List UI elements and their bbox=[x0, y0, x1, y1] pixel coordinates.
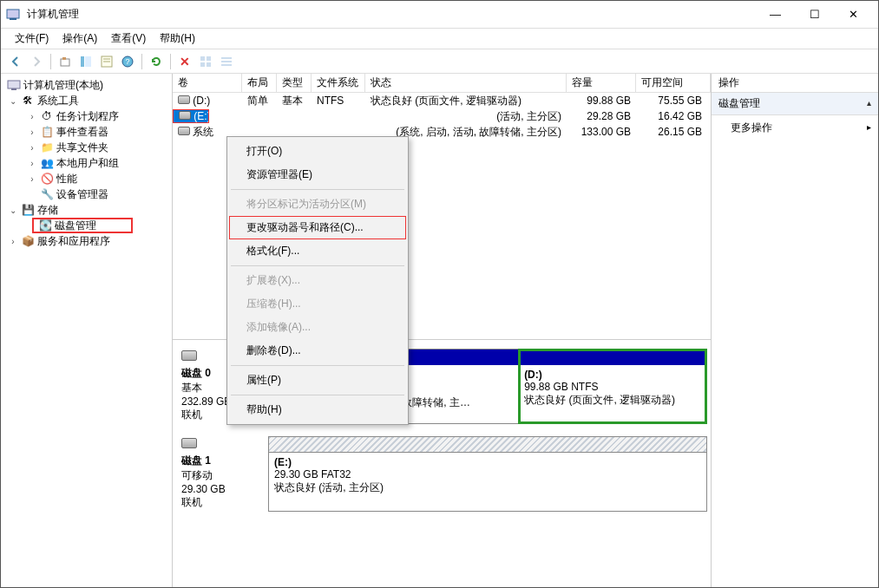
svg-rect-11 bbox=[200, 56, 205, 61]
app-icon bbox=[6, 8, 20, 22]
tree-label: 存储 bbox=[37, 203, 58, 218]
disk-icon bbox=[181, 438, 197, 448]
tree-label: 系统工具 bbox=[37, 94, 79, 108]
view-list-button[interactable] bbox=[196, 52, 215, 71]
expander-icon[interactable]: › bbox=[27, 143, 37, 153]
vol-cap: 29.28 GB bbox=[567, 110, 636, 122]
partition-status: 状态良好 (活动, 主分区) bbox=[274, 480, 701, 495]
tree-local-users[interactable]: › 👥 本地用户和组 bbox=[1, 155, 172, 171]
tree-label: 本地用户和组 bbox=[56, 156, 119, 171]
menu-help[interactable]: 帮助(H) bbox=[153, 29, 202, 49]
disk-row-1: 磁盘 1 可移动 29.30 GB 联机 (E:) 29.30 GB FAT32… bbox=[176, 436, 707, 512]
close-button[interactable]: ✕ bbox=[834, 2, 873, 28]
vol-name: (E:) bbox=[173, 109, 209, 123]
properties-button[interactable] bbox=[97, 52, 116, 71]
device-icon: 🔧 bbox=[40, 187, 54, 201]
col-volume[interactable]: 卷 bbox=[173, 74, 242, 93]
up-button[interactable] bbox=[56, 52, 75, 71]
cm-format[interactable]: 格式化(F)... bbox=[229, 239, 406, 263]
tree-system-tools[interactable]: ⌄ 🛠 系统工具 bbox=[1, 93, 172, 108]
tree-event-viewer[interactable]: › 📋 事件查看器 bbox=[1, 124, 172, 140]
expander-icon[interactable]: › bbox=[27, 112, 37, 121]
maximize-button[interactable]: ☐ bbox=[795, 2, 834, 28]
actions-more[interactable]: 更多操作 ▸ bbox=[712, 115, 878, 140]
menu-view[interactable]: 查看(V) bbox=[104, 29, 153, 49]
disk-icon bbox=[181, 350, 197, 361]
partition-e[interactable]: (E:) 29.30 GB FAT32 状态良好 (活动, 主分区) bbox=[269, 437, 706, 511]
menu-file[interactable]: 文件(F) bbox=[8, 29, 56, 49]
table-row-selected[interactable]: (E:) (活动, 主分区) 29.28 GB 16.42 GB bbox=[173, 108, 711, 124]
expander-icon[interactable]: › bbox=[27, 127, 37, 137]
svg-rect-3 bbox=[62, 57, 66, 60]
col-capacity[interactable]: 容量 bbox=[567, 74, 636, 93]
expander-icon[interactable]: › bbox=[8, 237, 18, 246]
cm-explorer[interactable]: 资源管理器(E) bbox=[229, 163, 406, 186]
svg-rect-18 bbox=[8, 81, 20, 88]
actions-group[interactable]: 磁盘管理 ▴ bbox=[712, 93, 878, 115]
svg-rect-1 bbox=[10, 18, 16, 20]
refresh-button[interactable] bbox=[147, 52, 166, 71]
tree-label: 共享文件夹 bbox=[56, 140, 108, 155]
vol-free: 26.15 GB bbox=[636, 126, 711, 138]
computer-icon bbox=[7, 78, 21, 92]
partition-title: (D:) bbox=[524, 369, 701, 381]
svg-rect-12 bbox=[207, 56, 211, 61]
table-row[interactable]: (D:) 简单 基本 NTFS 状态良好 (页面文件, 逻辑驱动器) 99.88… bbox=[173, 93, 711, 108]
tree-services-apps[interactable]: › 📦 服务和应用程序 bbox=[1, 233, 172, 249]
disk-mgmt-icon: 💽 bbox=[38, 219, 52, 232]
expander-icon[interactable]: ⌄ bbox=[8, 96, 18, 106]
tree-task-scheduler[interactable]: › ⏱ 任务计划程序 bbox=[1, 108, 172, 124]
cm-delete-volume[interactable]: 删除卷(D)... bbox=[229, 339, 406, 363]
disk-label[interactable]: 磁盘 1 可移动 29.30 GB 联机 bbox=[176, 436, 268, 512]
svg-rect-15 bbox=[221, 57, 232, 59]
col-type[interactable]: 类型 bbox=[277, 74, 312, 93]
tree-label: 任务计划程序 bbox=[56, 109, 119, 124]
disk-name: 磁盘 1 bbox=[181, 454, 263, 468]
tree-label: 服务和应用程序 bbox=[37, 234, 110, 249]
delete-button[interactable]: ✕ bbox=[175, 52, 194, 71]
menu-action[interactable]: 操作(A) bbox=[56, 29, 104, 49]
svg-rect-4 bbox=[81, 56, 84, 67]
cm-help[interactable]: 帮助(H) bbox=[229, 398, 406, 421]
cm-open[interactable]: 打开(O) bbox=[229, 140, 406, 163]
minimize-button[interactable]: — bbox=[756, 2, 795, 28]
tree-storage[interactable]: ⌄ 💾 存储 bbox=[1, 202, 172, 218]
separator bbox=[231, 365, 404, 366]
perf-icon: 🚫 bbox=[40, 172, 54, 186]
tree-shared-folders[interactable]: › 📁 共享文件夹 bbox=[1, 140, 172, 155]
svg-rect-5 bbox=[85, 56, 91, 67]
cm-properties[interactable]: 属性(P) bbox=[229, 369, 406, 392]
collapse-arrow-icon: ▴ bbox=[867, 98, 871, 108]
col-free[interactable]: 可用空间 bbox=[636, 74, 711, 93]
context-menu: 打开(O) 资源管理器(E) 将分区标记为活动分区(M) 更改驱动器号和路径(C… bbox=[226, 136, 409, 425]
chevron-right-icon: ▸ bbox=[867, 122, 871, 132]
expander-icon[interactable]: ⌄ bbox=[8, 206, 18, 215]
tree-performance[interactable]: › 🚫 性能 bbox=[1, 171, 172, 186]
separator bbox=[231, 189, 404, 190]
cm-mirror: 添加镜像(A)... bbox=[229, 316, 406, 339]
view-detail-button[interactable] bbox=[217, 52, 236, 71]
expander-icon[interactable]: › bbox=[27, 159, 37, 168]
vol-fs: NTFS bbox=[312, 95, 365, 107]
partition-size: 99.88 GB NTFS bbox=[524, 381, 701, 393]
tree-device-manager[interactable]: 🔧 设备管理器 bbox=[1, 186, 172, 202]
forward-button[interactable] bbox=[27, 52, 46, 71]
tree-pane: 计算机管理(本地) ⌄ 🛠 系统工具 › ⏱ 任务计划程序 › 📋 事件查看器 … bbox=[1, 74, 173, 588]
tree-root[interactable]: 计算机管理(本地) bbox=[1, 77, 172, 93]
cm-change-drive-letter[interactable]: 更改驱动器号和路径(C)... bbox=[229, 216, 406, 239]
back-button[interactable] bbox=[6, 52, 25, 71]
show-hide-tree-button[interactable] bbox=[76, 52, 95, 71]
tree-disk-management[interactable]: 💽 磁盘管理 bbox=[32, 218, 133, 233]
svg-rect-17 bbox=[221, 64, 232, 66]
svg-text:?: ? bbox=[125, 57, 129, 66]
vol-free: 16.42 GB bbox=[636, 110, 711, 122]
expander-icon[interactable]: › bbox=[27, 174, 37, 184]
col-status[interactable]: 状态 bbox=[365, 74, 567, 93]
storage-icon: 💾 bbox=[21, 203, 35, 217]
help-toolbar-button[interactable]: ? bbox=[118, 52, 137, 71]
col-fs[interactable]: 文件系统 bbox=[312, 74, 365, 93]
col-layout[interactable]: 布局 bbox=[242, 74, 277, 93]
partition-d[interactable]: (D:) 99.88 GB NTFS 状态良好 (页面文件, 逻辑驱动器) bbox=[519, 350, 706, 423]
tree-label: 设备管理器 bbox=[56, 187, 108, 202]
svg-rect-2 bbox=[61, 59, 69, 66]
